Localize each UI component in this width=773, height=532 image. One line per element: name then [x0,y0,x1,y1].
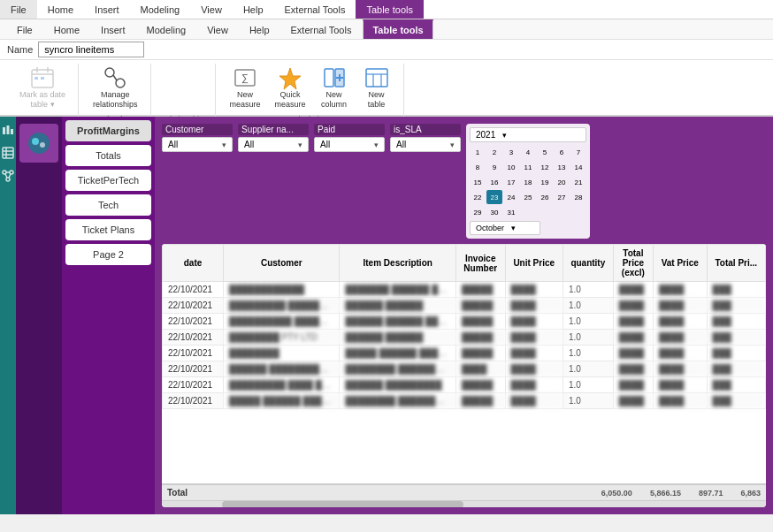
manage-relationships-button[interactable]: Managerelationships [88,64,143,111]
tab-home[interactable]: Home [44,20,89,39]
menu-insert[interactable]: Insert [84,0,130,19]
table-row[interactable]: 22/10/2021███████████████████ ██████ ███… [163,282,766,298]
menu-file[interactable]: File [0,0,37,19]
quick-measure-button[interactable]: Quickmeasure [270,64,311,111]
cal-day-16[interactable]: 16 [486,175,502,189]
cell-unit-price: ████ [505,377,563,393]
scrollbar-thumb[interactable] [222,501,463,507]
col-quantity[interactable]: quantity [563,245,613,282]
menu-external-tools[interactable]: External Tools [274,0,356,19]
col-customer[interactable]: Customer [224,245,340,282]
cal-day-2[interactable]: 2 [486,145,502,159]
tab-external-tools[interactable]: External Tools [281,20,362,39]
table-row[interactable]: 22/10/2021█████████ ██████ ███ █████████… [163,298,766,314]
col-invoice[interactable]: InvoiceNumber [455,245,505,282]
col-total-price-excl[interactable]: TotalPrice(excl) [613,245,653,282]
year-dropdown[interactable]: 2021 [470,127,586,142]
report-view-icon[interactable] [2,124,14,136]
cal-day-12[interactable]: 12 [537,160,553,174]
cal-day-26[interactable]: 26 [537,190,553,204]
cal-day-22[interactable]: 22 [470,190,486,204]
cal-day-27[interactable]: 27 [554,190,570,204]
cal-day-17[interactable]: 17 [503,175,519,189]
model-view-icon[interactable] [2,170,14,182]
cal-day-31[interactable]: 31 [503,205,519,219]
cal-day-3[interactable]: 3 [503,145,519,159]
cell-date: 22/10/2021 [163,346,224,361]
cal-day-18[interactable]: 18 [520,175,536,189]
cal-day-7[interactable]: 7 [570,145,586,159]
cal-day-15[interactable]: 15 [470,175,486,189]
cell-invoice: █████ [455,282,505,298]
cal-day-9[interactable]: 9 [486,160,502,174]
page-tab-tech[interactable]: Tech [65,194,151,216]
cal-day-1[interactable]: 1 [470,145,486,159]
cal-day-30[interactable]: 30 [486,205,502,219]
page-tab-ticket-plans[interactable]: Ticket Plans [65,219,151,240]
cal-day-29[interactable]: 29 [470,205,486,219]
cal-day-20[interactable]: 20 [554,175,570,189]
menu-modeling[interactable]: Modeling [130,0,191,19]
cal-day-4[interactable]: 4 [520,145,536,159]
table-scroll-area[interactable]: date Customer Item Description InvoiceNu… [162,244,766,483]
cal-day-10[interactable]: 10 [503,160,519,174]
data-view-icon[interactable] [2,147,14,159]
cal-day-21[interactable]: 21 [570,175,586,189]
cal-day-14[interactable]: 14 [570,160,586,174]
paid-filter-select[interactable]: All [314,137,385,152]
table-row[interactable]: 22/10/2021█████████████ ██████ ████ ██ █… [163,346,766,361]
year-dropdown-arrow [499,130,507,140]
col-date[interactable]: date [163,245,224,282]
new-measure-button[interactable]: ∑ Newmeasure [225,64,266,111]
page-tab-totals[interactable]: Totals [65,145,151,166]
new-column-button[interactable]: Newcolumn [315,64,354,111]
cal-day-5[interactable]: 5 [537,145,553,159]
paid-filter-label: Paid [314,124,385,135]
col-item-desc[interactable]: Item Description [340,245,455,282]
table-row[interactable]: 22/10/2021████████ PTY LTD██████ ███████… [163,330,766,346]
cal-day-6[interactable]: 6 [554,145,570,159]
cal-day-13[interactable]: 13 [554,160,570,174]
new-table-button[interactable]: Newtable [357,64,396,111]
mark-date-table-button[interactable]: Mark as datetable ▾ [14,64,71,111]
horizontal-scrollbar[interactable] [162,500,766,507]
table-row[interactable]: 22/10/2021█████ ██████ █████████████████… [163,393,766,409]
col-unit-price[interactable]: Unit Price [505,245,563,282]
menu-home[interactable]: Home [37,0,84,19]
cal-day-28[interactable]: 28 [570,190,586,204]
menu-view[interactable]: View [190,0,233,19]
month-dropdown[interactable]: October [470,221,540,235]
tab-table-tools[interactable]: Table tools [363,19,432,39]
col-vat-price[interactable]: Vat Price [654,245,708,282]
menu-table-tools[interactable]: Table tools [356,0,424,19]
tab-file[interactable]: File [7,20,42,39]
cal-day-25[interactable]: 25 [520,190,536,204]
supplier-filter-select[interactable]: All [238,137,309,152]
menu-help[interactable]: Help [233,0,274,19]
tab-help[interactable]: Help [240,20,279,39]
tab-insert[interactable]: Insert [91,20,135,39]
page-tab-ticketpertech[interactable]: TicketPerTech [65,170,151,191]
page-tab-profitmargins[interactable]: ProfitMargins [65,120,151,141]
cell-unit-price: ████ [505,330,563,346]
tab-view[interactable]: View [197,20,238,39]
page-tab-page2[interactable]: Page 2 [65,244,151,265]
cal-day-23[interactable]: 23 [486,190,502,204]
col-total-price[interactable]: Total Pri... [707,245,765,282]
table-row[interactable]: 22/10/2021██████ ████████████ PTY LTD███… [163,361,766,377]
svg-text:∑: ∑ [241,72,249,84]
calendar-widget: 2021 1 2 3 4 5 6 7 8 9 10 11 [466,124,590,239]
cal-day-19[interactable]: 19 [537,175,553,189]
cal-day-24[interactable]: 24 [503,190,519,204]
svg-rect-22 [11,129,13,134]
name-input[interactable] [38,42,144,57]
tab-modeling[interactable]: Modeling [137,20,196,39]
footer-values: 6,050.00 5,866.15 897.71 6,863 [601,489,761,498]
cal-day-8[interactable]: 8 [470,160,486,174]
cal-day-11[interactable]: 11 [520,160,536,174]
customer-filter-select[interactable]: All [162,137,233,152]
table-row[interactable]: 22/10/2021█████████ ████ ███████ ███ ███… [163,377,766,393]
table-row[interactable]: 22/10/2021██████████ ██████████ PTY BLU█… [163,314,766,330]
is-sla-filter-select[interactable]: All [390,137,461,152]
svg-rect-5 [41,77,44,80]
